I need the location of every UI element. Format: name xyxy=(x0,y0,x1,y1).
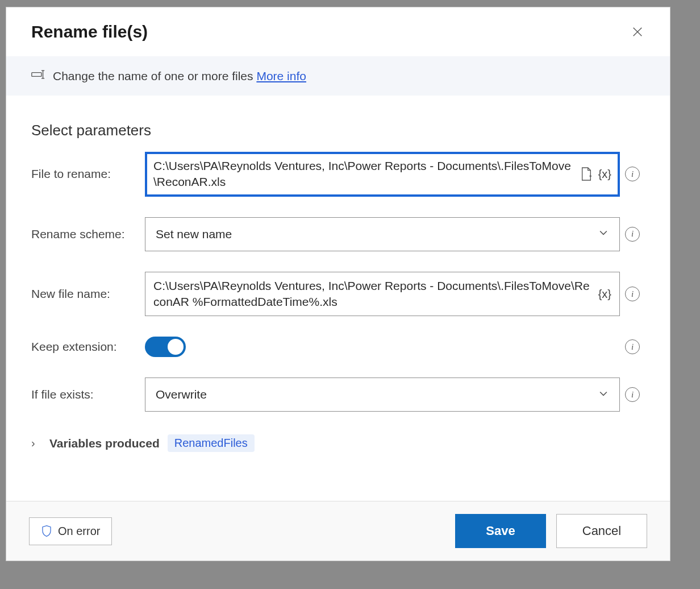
rename-scheme-label: Rename scheme: xyxy=(31,227,145,241)
keep-extension-label: Keep extension: xyxy=(31,340,145,354)
info-icon[interactable] xyxy=(625,387,640,402)
rename-files-dialog: Rename file(s) Change the name of one or… xyxy=(6,7,670,561)
keep-extension-toggle[interactable] xyxy=(145,337,186,357)
close-icon xyxy=(631,26,644,38)
more-info-link[interactable]: More info xyxy=(256,69,306,82)
insert-variable-button[interactable]: {x} xyxy=(598,168,611,181)
new-file-name-input[interactable]: C:\Users\PA\Reynolds Ventures, Inc\Power… xyxy=(145,272,620,317)
dialog-header: Rename file(s) xyxy=(6,7,670,56)
svg-rect-2 xyxy=(32,73,41,77)
new-file-name-label: New file name: xyxy=(31,287,145,301)
file-picker-icon xyxy=(580,167,593,181)
dialog-footer: On error Save Cancel xyxy=(6,501,670,561)
chevron-down-icon xyxy=(598,388,609,402)
variables-produced-label: Variables produced xyxy=(49,437,160,450)
chevron-down-icon xyxy=(598,227,609,241)
on-error-label: On error xyxy=(58,525,100,538)
dialog-title: Rename file(s) xyxy=(31,22,148,42)
chevron-right-icon: › xyxy=(31,437,41,450)
rename-icon xyxy=(31,69,45,83)
if-file-exists-select[interactable]: Overwrite xyxy=(145,378,620,412)
info-icon[interactable] xyxy=(625,287,640,301)
toggle-knob xyxy=(168,339,184,355)
if-file-exists-label: If file exists: xyxy=(31,388,145,401)
insert-variable-button[interactable]: {x} xyxy=(598,288,611,301)
rename-scheme-value: Set new name xyxy=(156,227,232,241)
save-button[interactable]: Save xyxy=(455,514,546,548)
new-file-name-value: C:\Users\PA\Reynolds Ventures, Inc\Power… xyxy=(153,278,593,310)
close-button[interactable] xyxy=(628,22,647,42)
file-to-rename-label: File to rename: xyxy=(31,167,145,181)
if-file-exists-value: Overwrite xyxy=(156,388,207,401)
on-error-button[interactable]: On error xyxy=(29,517,112,545)
variable-chip[interactable]: RenamedFiles xyxy=(168,434,255,452)
info-icon[interactable] xyxy=(625,339,640,354)
select-file-button[interactable] xyxy=(580,167,593,181)
file-to-rename-value: C:\Users\PA\Reynolds Ventures, Inc\Power… xyxy=(153,158,574,190)
description-banner: Change the name of one or more files Mor… xyxy=(6,56,670,96)
rename-scheme-select[interactable]: Set new name xyxy=(145,217,620,251)
variables-produced-row[interactable]: › Variables produced RenamedFiles xyxy=(31,434,645,452)
description-text: Change the name of one or more files xyxy=(53,69,253,82)
info-icon[interactable] xyxy=(625,167,640,181)
info-icon[interactable] xyxy=(625,227,640,242)
section-heading: Select parameters xyxy=(31,122,645,139)
cancel-button[interactable]: Cancel xyxy=(556,514,647,548)
shield-icon xyxy=(41,525,52,537)
file-to-rename-input[interactable]: C:\Users\PA\Reynolds Ventures, Inc\Power… xyxy=(145,152,620,197)
